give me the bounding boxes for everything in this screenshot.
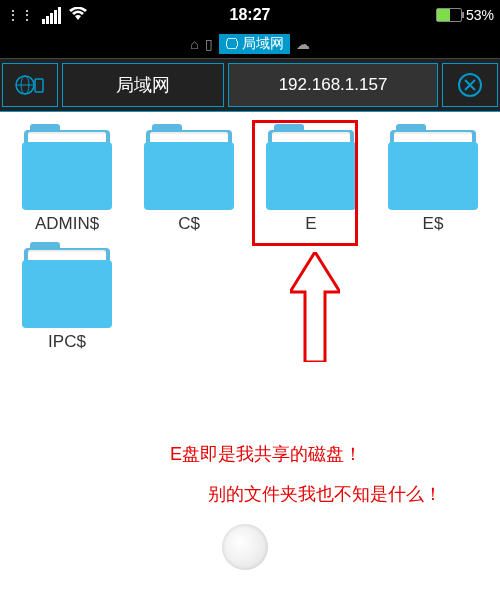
folder-e-dollar[interactable]: E$: [374, 130, 492, 234]
folder-e[interactable]: E: [252, 130, 370, 234]
folder-icon: [386, 130, 480, 210]
home-indicator: [222, 524, 268, 570]
device-icon[interactable]: ▯: [205, 36, 213, 52]
home-icon[interactable]: ⌂: [190, 36, 198, 52]
folder-label: IPC$: [48, 332, 86, 352]
breadcrumb: ⌂ ▯ 🖵 局域网 ☁: [0, 30, 500, 58]
folder-admin[interactable]: ADMIN$: [8, 130, 126, 234]
battery-percent: 53%: [466, 7, 494, 23]
folder-icon: [142, 130, 236, 210]
menu-dots-icon: ⋮⋮: [6, 7, 34, 23]
folder-label: C$: [178, 214, 200, 234]
battery-icon: [436, 8, 462, 22]
annotation-text-1: E盘即是我共享的磁盘！: [170, 442, 362, 466]
breadcrumb-lan[interactable]: 🖵 局域网: [219, 34, 290, 54]
folder-icon: [20, 248, 114, 328]
folder-c[interactable]: C$: [130, 130, 248, 234]
cloud-icon[interactable]: ☁: [296, 36, 310, 52]
nav-lan-label[interactable]: 局域网: [62, 63, 224, 107]
nav-bar: 局域网 192.168.1.157: [0, 58, 500, 112]
status-bar: ⋮⋮ 18:27 53%: [0, 0, 500, 30]
monitor-icon: 🖵: [225, 36, 239, 52]
breadcrumb-lan-label: 局域网: [242, 35, 284, 53]
folder-ipc[interactable]: IPC$: [8, 248, 126, 352]
folder-label: ADMIN$: [35, 214, 99, 234]
folder-label: E$: [423, 214, 444, 234]
folder-icon: [264, 130, 358, 210]
nav-close-button[interactable]: [442, 63, 498, 107]
signal-icon: [42, 7, 61, 24]
folder-icon: [20, 130, 114, 210]
status-time: 18:27: [230, 6, 271, 24]
status-right: 53%: [436, 7, 494, 23]
folder-grid: ADMIN$ C$ E E$ IPC$ E盘即是我共享的磁盘！ 别的文件夹我也不…: [0, 112, 500, 370]
annotation-text-2: 别的文件夹我也不知是什么！: [208, 482, 442, 506]
svg-rect-3: [35, 79, 43, 92]
folder-label: E: [305, 214, 316, 234]
annotation-arrow-icon: [290, 252, 340, 362]
status-left: ⋮⋮: [6, 7, 87, 24]
nav-ip-address[interactable]: 192.168.1.157: [228, 63, 438, 107]
nav-globe-button[interactable]: [2, 63, 58, 107]
wifi-icon: [69, 7, 87, 24]
